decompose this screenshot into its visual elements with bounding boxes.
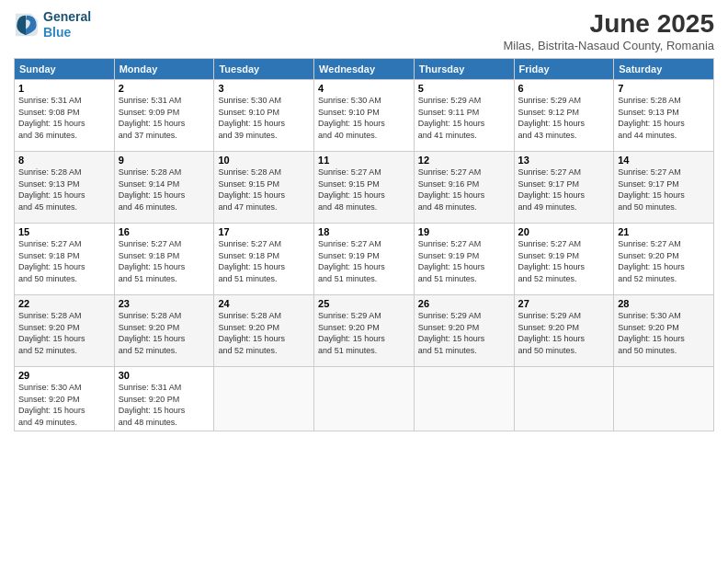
- header: General Blue June 2025 Milas, Bistrita-N…: [14, 9, 714, 52]
- day-cell-empty-2: [314, 367, 415, 431]
- week-row-2: 8 Sunrise: 5:28 AMSunset: 9:13 PMDayligh…: [15, 152, 714, 224]
- day-cell-28: 28 Sunrise: 5:30 AMSunset: 9:20 PMDaylig…: [614, 295, 714, 367]
- title-area: June 2025 Milas, Bistrita-Nasaud County,…: [503, 9, 714, 52]
- page-title: June 2025: [503, 9, 714, 39]
- logo: General Blue: [14, 9, 91, 40]
- day-cell-8: 8 Sunrise: 5:28 AMSunset: 9:13 PMDayligh…: [15, 152, 115, 224]
- col-saturday: Saturday: [614, 59, 714, 80]
- day-cell-18: 18 Sunrise: 5:27 AMSunset: 9:19 PMDaylig…: [314, 224, 415, 295]
- col-wednesday: Wednesday: [314, 59, 415, 80]
- day-cell-17: 17 Sunrise: 5:27 AMSunset: 9:18 PMDaylig…: [214, 224, 314, 295]
- col-monday: Monday: [114, 59, 214, 80]
- col-tuesday: Tuesday: [214, 59, 314, 80]
- day-cell-30: 30 Sunrise: 5:31 AMSunset: 9:20 PMDaylig…: [114, 367, 214, 431]
- week-row-5: 29 Sunrise: 5:30 AMSunset: 9:20 PMDaylig…: [15, 367, 714, 431]
- day-cell-29: 29 Sunrise: 5:30 AMSunset: 9:20 PMDaylig…: [15, 367, 115, 431]
- day-cell-1: 1 Sunrise: 5:31 AMSunset: 9:08 PMDayligh…: [15, 80, 115, 152]
- day-cell-2: 2 Sunrise: 5:31 AMSunset: 9:09 PMDayligh…: [114, 80, 214, 152]
- day-cell-12: 12 Sunrise: 5:27 AMSunset: 9:16 PMDaylig…: [414, 152, 514, 224]
- day-cell-22: 22 Sunrise: 5:28 AMSunset: 9:20 PMDaylig…: [15, 295, 115, 367]
- col-thursday: Thursday: [414, 59, 514, 80]
- day-cell-26: 26 Sunrise: 5:29 AMSunset: 9:20 PMDaylig…: [414, 295, 514, 367]
- day-cell-empty-4: [514, 367, 614, 431]
- day-cell-20: 20 Sunrise: 5:27 AMSunset: 9:19 PMDaylig…: [514, 224, 614, 295]
- calendar-table: Sunday Monday Tuesday Wednesday Thursday…: [14, 58, 714, 431]
- day-cell-24: 24 Sunrise: 5:28 AMSunset: 9:20 PMDaylig…: [214, 295, 314, 367]
- day-cell-empty-5: [614, 367, 714, 431]
- day-cell-23: 23 Sunrise: 5:28 AMSunset: 9:20 PMDaylig…: [114, 295, 214, 367]
- day-cell-25: 25 Sunrise: 5:29 AMSunset: 9:20 PMDaylig…: [314, 295, 415, 367]
- day-cell-19: 19 Sunrise: 5:27 AMSunset: 9:19 PMDaylig…: [414, 224, 514, 295]
- day-cell-9: 9 Sunrise: 5:28 AMSunset: 9:14 PMDayligh…: [114, 152, 214, 224]
- day-cell-10: 10 Sunrise: 5:28 AMSunset: 9:15 PMDaylig…: [214, 152, 314, 224]
- day-cell-5: 5 Sunrise: 5:29 AMSunset: 9:11 PMDayligh…: [414, 80, 514, 152]
- logo-icon: [14, 12, 40, 38]
- col-sunday: Sunday: [15, 59, 115, 80]
- header-row: Sunday Monday Tuesday Wednesday Thursday…: [15, 59, 714, 80]
- day-cell-6: 6 Sunrise: 5:29 AMSunset: 9:12 PMDayligh…: [514, 80, 614, 152]
- day-cell-empty-1: [214, 367, 314, 431]
- week-row-1: 1 Sunrise: 5:31 AMSunset: 9:08 PMDayligh…: [15, 80, 714, 152]
- day-cell-13: 13 Sunrise: 5:27 AMSunset: 9:17 PMDaylig…: [514, 152, 614, 224]
- day-cell-empty-3: [414, 367, 514, 431]
- day-cell-4: 4 Sunrise: 5:30 AMSunset: 9:10 PMDayligh…: [314, 80, 415, 152]
- page-subtitle: Milas, Bistrita-Nasaud County, Romania: [503, 39, 714, 52]
- day-cell-14: 14 Sunrise: 5:27 AMSunset: 9:17 PMDaylig…: [614, 152, 714, 224]
- day-cell-3: 3 Sunrise: 5:30 AMSunset: 9:10 PMDayligh…: [214, 80, 314, 152]
- week-row-4: 22 Sunrise: 5:28 AMSunset: 9:20 PMDaylig…: [15, 295, 714, 367]
- day-cell-7: 7 Sunrise: 5:28 AMSunset: 9:13 PMDayligh…: [614, 80, 714, 152]
- day-cell-11: 11 Sunrise: 5:27 AMSunset: 9:15 PMDaylig…: [314, 152, 415, 224]
- day-cell-16: 16 Sunrise: 5:27 AMSunset: 9:18 PMDaylig…: [114, 224, 214, 295]
- day-cell-21: 21 Sunrise: 5:27 AMSunset: 9:20 PMDaylig…: [614, 224, 714, 295]
- day-cell-15: 15 Sunrise: 5:27 AMSunset: 9:18 PMDaylig…: [15, 224, 115, 295]
- page-container: General Blue June 2025 Milas, Bistrita-N…: [0, 0, 728, 441]
- day-cell-27: 27 Sunrise: 5:29 AMSunset: 9:20 PMDaylig…: [514, 295, 614, 367]
- col-friday: Friday: [514, 59, 614, 80]
- logo-text: General Blue: [43, 9, 91, 40]
- week-row-3: 15 Sunrise: 5:27 AMSunset: 9:18 PMDaylig…: [15, 224, 714, 295]
